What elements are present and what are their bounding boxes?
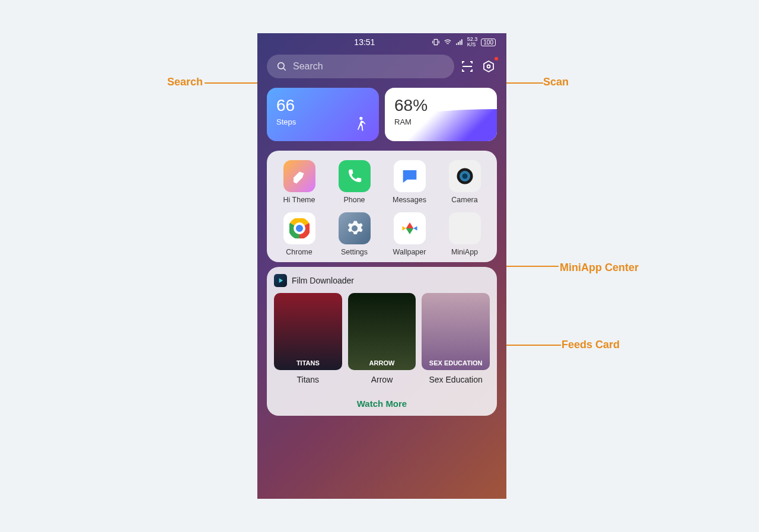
movie-title: Titans: [274, 375, 342, 384]
theme-icon: [283, 160, 315, 192]
scan-icon: [460, 59, 474, 74]
movie-item[interactable]: SEX EDUCATIONSex Education: [422, 293, 490, 384]
svg-rect-2: [458, 42, 459, 45]
svg-point-7: [359, 117, 362, 120]
hex-button[interactable]: [480, 58, 497, 75]
annot-feeds-label: Feeds Card: [562, 339, 620, 351]
phone-frame: 13:51 52.3K/S 100 66 Steps 68% R: [257, 33, 506, 499]
status-time: 13:51: [268, 37, 432, 47]
search-box[interactable]: [267, 55, 454, 78]
annot-miniapp-label: MiniApp Center: [560, 260, 639, 275]
app-cam[interactable]: Camera: [439, 160, 490, 204]
signal-icon: [455, 38, 464, 46]
movie-poster: ARROW: [348, 293, 416, 370]
svg-rect-4: [461, 39, 463, 44]
feeds-card[interactable]: Film Downloader TITANSTitansARROWArrowSE…: [267, 267, 497, 416]
app-settings[interactable]: Settings: [329, 212, 380, 256]
annot-search-label: Search: [167, 76, 203, 88]
movie-item[interactable]: ARROWArrow: [348, 293, 416, 384]
app-label: MiniApp: [451, 248, 478, 256]
status-speed: 52.3K/S: [467, 37, 478, 47]
app-label: Wallpaper: [393, 248, 426, 256]
app-mini[interactable]: MiniApp: [439, 212, 490, 256]
hex-icon: [481, 59, 496, 74]
watch-more-button[interactable]: Watch More: [274, 399, 490, 409]
app-msg[interactable]: Messages: [384, 160, 435, 204]
movie-item[interactable]: TITANSTitans: [274, 293, 342, 384]
svg-rect-3: [460, 41, 461, 45]
app-label: Camera: [451, 196, 477, 204]
ram-value: 68%: [394, 96, 487, 115]
wifi-icon: [444, 38, 452, 46]
msg-icon: [394, 160, 426, 192]
app-phone[interactable]: Phone: [329, 160, 380, 204]
feeds-header: Film Downloader: [274, 274, 490, 287]
search-icon: [276, 60, 287, 72]
cam-icon: [449, 160, 481, 192]
battery-indicator: 100: [481, 39, 496, 46]
film-icon: [274, 274, 287, 287]
app-chrome[interactable]: Chrome: [274, 212, 324, 256]
movie-poster: TITANS: [274, 293, 342, 370]
chrome-icon: [283, 212, 315, 244]
annot-scan-label: Scan: [543, 76, 569, 88]
feeds-title: Film Downloader: [292, 276, 354, 285]
movies-row: TITANSTitansARROWArrowSEX EDUCATIONSex E…: [274, 293, 490, 384]
svg-point-5: [278, 63, 285, 69]
svg-point-10: [462, 174, 467, 179]
app-theme[interactable]: Hi Theme: [274, 160, 324, 204]
app-wall[interactable]: Wallpaper: [384, 212, 435, 256]
movie-title: Sex Education: [422, 375, 490, 384]
movie-title: Arrow: [348, 375, 416, 384]
steps-widget[interactable]: 66 Steps: [267, 88, 379, 141]
app-label: Phone: [343, 196, 365, 204]
app-label: Messages: [393, 196, 426, 204]
app-grid: Hi ThemePhoneMessagesCameraChromeSetting…: [274, 160, 490, 256]
svg-rect-1: [456, 43, 457, 44]
app-label: Chrome: [286, 248, 312, 256]
app-label: Hi Theme: [283, 196, 315, 204]
status-bar: 13:51 52.3K/S 100: [257, 33, 506, 50]
vibrate-icon: [432, 38, 440, 46]
phone-icon: [339, 160, 371, 192]
ram-widget[interactable]: 68% RAM: [385, 88, 497, 141]
notification-dot: [495, 57, 498, 60]
steps-value: 66: [276, 96, 369, 115]
walk-icon: [354, 116, 367, 133]
top-row: [257, 50, 506, 83]
wall-icon: [394, 212, 426, 244]
mini-icon: [449, 212, 481, 244]
svg-rect-0: [434, 39, 438, 44]
ram-label: RAM: [394, 117, 487, 126]
apps-card: Hi ThemePhoneMessagesCameraChromeSetting…: [267, 151, 497, 262]
settings-icon: [339, 212, 371, 244]
scan-button[interactable]: [459, 58, 476, 75]
movie-poster: SEX EDUCATION: [422, 293, 490, 370]
svg-point-6: [487, 65, 490, 68]
widgets-row: 66 Steps 68% RAM: [257, 83, 506, 146]
search-input[interactable]: [293, 61, 445, 72]
app-label: Settings: [341, 248, 368, 256]
status-icons: 52.3K/S 100: [432, 37, 496, 47]
